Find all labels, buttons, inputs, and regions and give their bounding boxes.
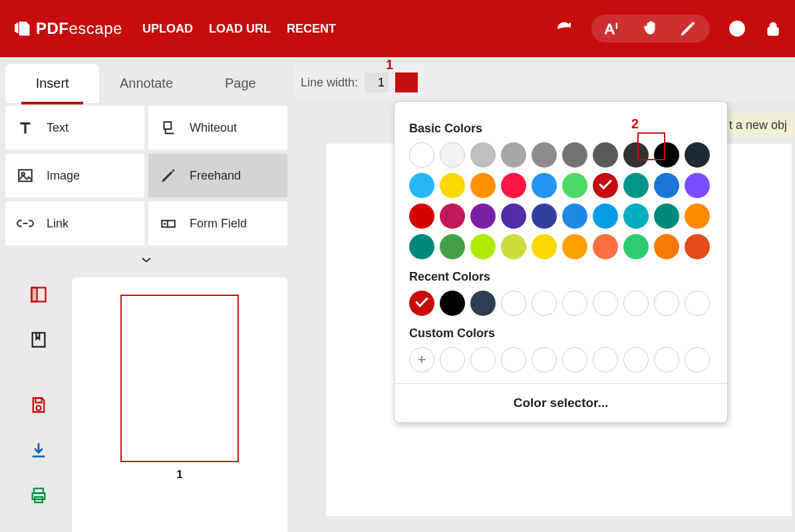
nav-recent[interactable]: RECENT <box>287 22 336 36</box>
color-swatch[interactable] <box>593 142 618 168</box>
color-swatch[interactable] <box>654 203 679 229</box>
color-swatch-empty[interactable] <box>593 347 618 372</box>
lock-icon[interactable] <box>764 20 782 37</box>
info-icon[interactable] <box>728 20 746 37</box>
color-swatch[interactable] <box>501 291 526 316</box>
logo[interactable]: PDFescape <box>13 19 122 38</box>
color-picker-popover: 2 Basic Colors Recent Colors Custom Colo… <box>394 101 728 423</box>
logo-text: PDFescape <box>36 19 122 38</box>
color-swatch-empty[interactable] <box>440 347 465 372</box>
draw-mode-icon[interactable] <box>679 20 697 37</box>
color-swatch[interactable] <box>532 234 557 259</box>
color-swatch[interactable] <box>593 173 618 198</box>
color-swatch[interactable] <box>409 142 434 168</box>
color-swatch-empty[interactable] <box>532 347 557 372</box>
color-swatch[interactable] <box>409 234 434 259</box>
line-color-button[interactable] <box>395 72 418 92</box>
line-width-input[interactable] <box>365 72 389 92</box>
svg-point-15 <box>37 406 41 410</box>
page-thumb-1[interactable] <box>120 295 239 462</box>
color-swatch[interactable] <box>440 234 465 259</box>
color-swatch-empty[interactable] <box>470 347 496 372</box>
tools-expand[interactable] <box>5 248 287 272</box>
color-swatch[interactable] <box>562 291 587 316</box>
color-swatch[interactable] <box>562 173 587 198</box>
color-swatch[interactable] <box>623 203 649 229</box>
tool-text[interactable]: Text <box>5 106 144 150</box>
tool-image[interactable]: Image <box>5 154 144 198</box>
line-width-label: Line width: <box>301 76 358 90</box>
color-swatch-empty[interactable] <box>685 347 710 372</box>
color-swatch[interactable] <box>685 142 710 168</box>
bookmarks-icon[interactable] <box>29 331 48 349</box>
color-swatch[interactable] <box>562 234 587 259</box>
image-icon <box>16 166 35 185</box>
color-swatch[interactable] <box>623 291 649 316</box>
color-swatch[interactable] <box>685 291 710 316</box>
color-swatch[interactable] <box>470 203 496 229</box>
color-swatch-empty[interactable] <box>654 347 679 372</box>
color-swatch[interactable] <box>409 173 434 198</box>
add-custom-color[interactable]: + <box>409 347 434 372</box>
color-swatch-empty[interactable] <box>501 347 526 372</box>
color-swatch[interactable] <box>593 203 618 229</box>
color-swatch[interactable] <box>685 173 710 198</box>
hint-banner: t a new obj <box>726 113 795 138</box>
tool-freehand[interactable]: Freehand <box>148 154 287 198</box>
color-swatch-empty[interactable] <box>623 347 649 372</box>
color-swatch[interactable] <box>593 234 618 259</box>
download-icon[interactable] <box>29 441 48 460</box>
color-swatch[interactable] <box>654 173 679 198</box>
color-swatch[interactable] <box>440 173 465 198</box>
tab-annotate[interactable]: Annotate <box>99 64 193 103</box>
color-swatch[interactable] <box>440 291 465 316</box>
color-swatch[interactable] <box>593 291 618 316</box>
color-swatch[interactable] <box>501 142 526 168</box>
form-icon <box>159 214 178 233</box>
pan-mode-icon[interactable] <box>642 20 659 37</box>
color-swatch[interactable] <box>532 291 557 316</box>
color-swatch[interactable] <box>532 142 557 168</box>
color-swatch[interactable] <box>562 142 587 168</box>
color-swatch[interactable] <box>409 291 434 316</box>
color-swatch[interactable] <box>532 203 557 229</box>
save-icon[interactable] <box>29 396 48 414</box>
color-swatch[interactable] <box>470 291 496 316</box>
tool-link[interactable]: Link <box>5 201 144 245</box>
property-bar: Line width: <box>294 64 795 101</box>
color-swatch[interactable] <box>685 203 710 229</box>
print-icon[interactable] <box>29 486 48 505</box>
svg-rect-6 <box>19 170 32 181</box>
color-swatch[interactable] <box>470 142 496 168</box>
nav-upload[interactable]: UPLOAD <box>142 22 193 36</box>
color-swatch[interactable] <box>562 203 587 229</box>
color-swatch[interactable] <box>623 234 649 259</box>
color-swatch[interactable] <box>685 234 710 259</box>
color-swatch-empty[interactable] <box>562 347 587 372</box>
color-swatch[interactable] <box>532 173 557 198</box>
nav-loadurl[interactable]: LOAD URL <box>209 22 271 36</box>
tab-page[interactable]: Page <box>194 64 287 103</box>
color-swatch[interactable] <box>501 173 526 198</box>
svg-rect-12 <box>32 288 37 302</box>
redo-icon[interactable] <box>556 20 573 37</box>
color-swatch[interactable] <box>440 203 465 229</box>
color-swatch[interactable] <box>440 142 465 168</box>
thumbnails-view-icon[interactable] <box>29 285 48 304</box>
text-mode-icon[interactable]: AI <box>605 20 622 37</box>
tool-formfield[interactable]: Form Field <box>148 201 287 245</box>
link-icon <box>16 214 35 233</box>
color-swatch[interactable] <box>623 173 649 198</box>
color-swatch[interactable] <box>501 203 526 229</box>
tab-insert[interactable]: Insert <box>5 64 99 103</box>
whiteout-icon <box>159 118 178 137</box>
annotation-marker-2: 2 <box>631 116 639 132</box>
color-swatch[interactable] <box>470 173 496 198</box>
color-swatch[interactable] <box>654 234 679 259</box>
color-selector-button[interactable]: Color selector... <box>395 383 727 422</box>
color-swatch[interactable] <box>470 234 496 259</box>
color-swatch[interactable] <box>654 291 679 316</box>
color-swatch[interactable] <box>409 203 434 229</box>
color-swatch[interactable] <box>501 234 526 259</box>
tool-whiteout[interactable]: Whiteout <box>148 106 287 150</box>
